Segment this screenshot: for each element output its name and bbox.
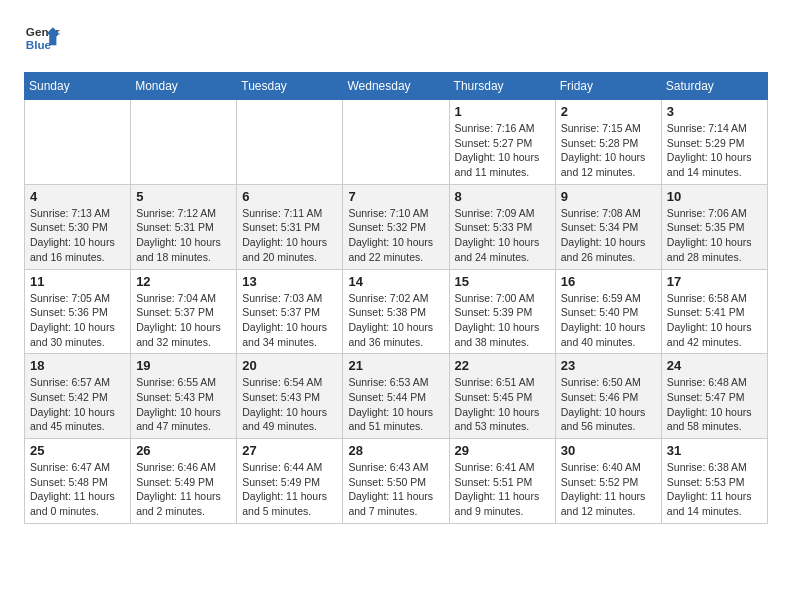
calendar-cell	[343, 100, 449, 185]
day-number: 5	[136, 189, 231, 204]
day-number: 10	[667, 189, 762, 204]
calendar-cell: 11Sunrise: 7:05 AMSunset: 5:36 PMDayligh…	[25, 269, 131, 354]
day-info: Sunrise: 7:08 AMSunset: 5:34 PMDaylight:…	[561, 206, 656, 265]
calendar-cell: 13Sunrise: 7:03 AMSunset: 5:37 PMDayligh…	[237, 269, 343, 354]
weekday-header: Saturday	[661, 73, 767, 100]
day-number: 29	[455, 443, 550, 458]
weekday-header: Monday	[131, 73, 237, 100]
day-info: Sunrise: 7:00 AMSunset: 5:39 PMDaylight:…	[455, 291, 550, 350]
calendar-week-row: 4Sunrise: 7:13 AMSunset: 5:30 PMDaylight…	[25, 184, 768, 269]
day-info: Sunrise: 7:06 AMSunset: 5:35 PMDaylight:…	[667, 206, 762, 265]
day-number: 6	[242, 189, 337, 204]
day-info: Sunrise: 6:57 AMSunset: 5:42 PMDaylight:…	[30, 375, 125, 434]
calendar-cell: 29Sunrise: 6:41 AMSunset: 5:51 PMDayligh…	[449, 439, 555, 524]
day-info: Sunrise: 6:59 AMSunset: 5:40 PMDaylight:…	[561, 291, 656, 350]
logo: General Blue	[24, 20, 60, 56]
calendar-cell: 31Sunrise: 6:38 AMSunset: 5:53 PMDayligh…	[661, 439, 767, 524]
day-number: 1	[455, 104, 550, 119]
weekday-header-row: SundayMondayTuesdayWednesdayThursdayFrid…	[25, 73, 768, 100]
day-number: 22	[455, 358, 550, 373]
calendar-table: SundayMondayTuesdayWednesdayThursdayFrid…	[24, 72, 768, 524]
weekday-header: Friday	[555, 73, 661, 100]
calendar-cell: 20Sunrise: 6:54 AMSunset: 5:43 PMDayligh…	[237, 354, 343, 439]
calendar-cell: 19Sunrise: 6:55 AMSunset: 5:43 PMDayligh…	[131, 354, 237, 439]
day-info: Sunrise: 6:44 AMSunset: 5:49 PMDaylight:…	[242, 460, 337, 519]
day-info: Sunrise: 7:05 AMSunset: 5:36 PMDaylight:…	[30, 291, 125, 350]
calendar-cell: 16Sunrise: 6:59 AMSunset: 5:40 PMDayligh…	[555, 269, 661, 354]
day-info: Sunrise: 7:03 AMSunset: 5:37 PMDaylight:…	[242, 291, 337, 350]
day-info: Sunrise: 7:16 AMSunset: 5:27 PMDaylight:…	[455, 121, 550, 180]
header: General Blue	[24, 20, 768, 56]
calendar-cell: 30Sunrise: 6:40 AMSunset: 5:52 PMDayligh…	[555, 439, 661, 524]
day-number: 12	[136, 274, 231, 289]
calendar-week-row: 18Sunrise: 6:57 AMSunset: 5:42 PMDayligh…	[25, 354, 768, 439]
day-number: 24	[667, 358, 762, 373]
weekday-header: Wednesday	[343, 73, 449, 100]
day-number: 18	[30, 358, 125, 373]
svg-text:Blue: Blue	[26, 38, 52, 51]
day-number: 7	[348, 189, 443, 204]
weekday-header: Thursday	[449, 73, 555, 100]
day-info: Sunrise: 6:47 AMSunset: 5:48 PMDaylight:…	[30, 460, 125, 519]
day-number: 13	[242, 274, 337, 289]
day-number: 28	[348, 443, 443, 458]
calendar-cell: 24Sunrise: 6:48 AMSunset: 5:47 PMDayligh…	[661, 354, 767, 439]
day-number: 8	[455, 189, 550, 204]
day-number: 26	[136, 443, 231, 458]
day-info: Sunrise: 7:12 AMSunset: 5:31 PMDaylight:…	[136, 206, 231, 265]
logo-icon: General Blue	[24, 20, 60, 56]
calendar-cell	[237, 100, 343, 185]
day-info: Sunrise: 7:11 AMSunset: 5:31 PMDaylight:…	[242, 206, 337, 265]
calendar-cell: 22Sunrise: 6:51 AMSunset: 5:45 PMDayligh…	[449, 354, 555, 439]
day-info: Sunrise: 6:55 AMSunset: 5:43 PMDaylight:…	[136, 375, 231, 434]
day-info: Sunrise: 6:51 AMSunset: 5:45 PMDaylight:…	[455, 375, 550, 434]
calendar-cell: 27Sunrise: 6:44 AMSunset: 5:49 PMDayligh…	[237, 439, 343, 524]
calendar-cell: 9Sunrise: 7:08 AMSunset: 5:34 PMDaylight…	[555, 184, 661, 269]
day-number: 15	[455, 274, 550, 289]
day-info: Sunrise: 7:09 AMSunset: 5:33 PMDaylight:…	[455, 206, 550, 265]
calendar-cell: 7Sunrise: 7:10 AMSunset: 5:32 PMDaylight…	[343, 184, 449, 269]
calendar-cell: 2Sunrise: 7:15 AMSunset: 5:28 PMDaylight…	[555, 100, 661, 185]
day-info: Sunrise: 6:53 AMSunset: 5:44 PMDaylight:…	[348, 375, 443, 434]
calendar-cell: 18Sunrise: 6:57 AMSunset: 5:42 PMDayligh…	[25, 354, 131, 439]
calendar-cell: 3Sunrise: 7:14 AMSunset: 5:29 PMDaylight…	[661, 100, 767, 185]
day-number: 11	[30, 274, 125, 289]
day-number: 9	[561, 189, 656, 204]
day-number: 27	[242, 443, 337, 458]
calendar-cell: 5Sunrise: 7:12 AMSunset: 5:31 PMDaylight…	[131, 184, 237, 269]
calendar-cell: 26Sunrise: 6:46 AMSunset: 5:49 PMDayligh…	[131, 439, 237, 524]
day-info: Sunrise: 7:10 AMSunset: 5:32 PMDaylight:…	[348, 206, 443, 265]
weekday-header: Tuesday	[237, 73, 343, 100]
calendar-cell: 23Sunrise: 6:50 AMSunset: 5:46 PMDayligh…	[555, 354, 661, 439]
calendar-cell: 14Sunrise: 7:02 AMSunset: 5:38 PMDayligh…	[343, 269, 449, 354]
day-info: Sunrise: 6:43 AMSunset: 5:50 PMDaylight:…	[348, 460, 443, 519]
day-number: 21	[348, 358, 443, 373]
day-info: Sunrise: 6:58 AMSunset: 5:41 PMDaylight:…	[667, 291, 762, 350]
day-number: 14	[348, 274, 443, 289]
day-number: 2	[561, 104, 656, 119]
calendar-cell: 21Sunrise: 6:53 AMSunset: 5:44 PMDayligh…	[343, 354, 449, 439]
day-number: 3	[667, 104, 762, 119]
day-number: 23	[561, 358, 656, 373]
calendar-cell	[25, 100, 131, 185]
day-number: 30	[561, 443, 656, 458]
day-number: 25	[30, 443, 125, 458]
day-info: Sunrise: 7:14 AMSunset: 5:29 PMDaylight:…	[667, 121, 762, 180]
day-number: 16	[561, 274, 656, 289]
day-number: 19	[136, 358, 231, 373]
calendar-cell: 15Sunrise: 7:00 AMSunset: 5:39 PMDayligh…	[449, 269, 555, 354]
calendar-cell: 17Sunrise: 6:58 AMSunset: 5:41 PMDayligh…	[661, 269, 767, 354]
day-info: Sunrise: 6:54 AMSunset: 5:43 PMDaylight:…	[242, 375, 337, 434]
calendar-week-row: 25Sunrise: 6:47 AMSunset: 5:48 PMDayligh…	[25, 439, 768, 524]
day-number: 17	[667, 274, 762, 289]
calendar-week-row: 11Sunrise: 7:05 AMSunset: 5:36 PMDayligh…	[25, 269, 768, 354]
day-info: Sunrise: 7:13 AMSunset: 5:30 PMDaylight:…	[30, 206, 125, 265]
day-info: Sunrise: 7:04 AMSunset: 5:37 PMDaylight:…	[136, 291, 231, 350]
calendar-cell: 12Sunrise: 7:04 AMSunset: 5:37 PMDayligh…	[131, 269, 237, 354]
day-info: Sunrise: 7:02 AMSunset: 5:38 PMDaylight:…	[348, 291, 443, 350]
calendar-cell	[131, 100, 237, 185]
calendar-cell: 28Sunrise: 6:43 AMSunset: 5:50 PMDayligh…	[343, 439, 449, 524]
calendar-cell: 8Sunrise: 7:09 AMSunset: 5:33 PMDaylight…	[449, 184, 555, 269]
day-number: 31	[667, 443, 762, 458]
day-info: Sunrise: 7:15 AMSunset: 5:28 PMDaylight:…	[561, 121, 656, 180]
